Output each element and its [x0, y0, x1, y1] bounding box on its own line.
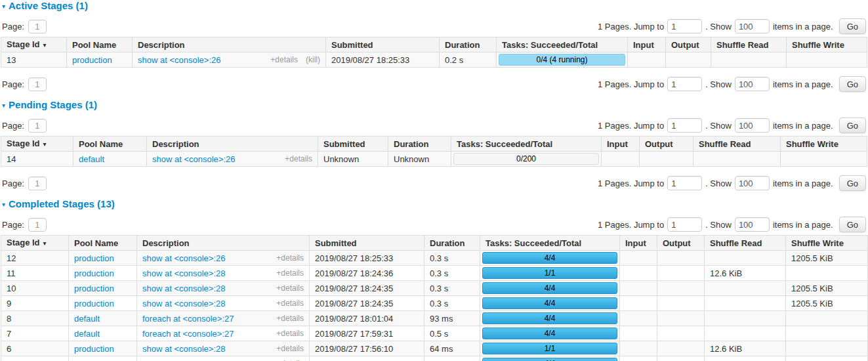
- stage-description-link[interactable]: show at <console>:26: [142, 253, 225, 264]
- go-button[interactable]: Go: [839, 76, 866, 92]
- details-toggle[interactable]: +details: [276, 253, 304, 264]
- column-header-input[interactable]: Input: [628, 37, 666, 53]
- jump-to-page-input[interactable]: [667, 217, 702, 232]
- stage-description-link[interactable]: show at <console>:28: [142, 358, 225, 361]
- column-header-output[interactable]: Output: [657, 236, 705, 251]
- stage-description-link[interactable]: show at <console>:26: [152, 154, 235, 165]
- column-header-shuffle-read[interactable]: Shuffle Read: [693, 137, 781, 152]
- output-cell: [657, 266, 705, 281]
- description-cell: show at <console>:28+details: [137, 356, 310, 361]
- pool-name-link[interactable]: production: [74, 344, 114, 354]
- column-header-duration[interactable]: Duration: [388, 137, 451, 152]
- show-items-input[interactable]: [735, 118, 770, 133]
- column-header-shuffle-read[interactable]: Shuffle Read: [711, 37, 787, 53]
- show-items-input[interactable]: [735, 19, 770, 33]
- column-header-input[interactable]: Input: [602, 137, 640, 152]
- column-header-shuffle-write[interactable]: Shuffle Write: [787, 37, 867, 53]
- column-header-label: Pool Name: [79, 139, 123, 149]
- jump-to-page-input[interactable]: [667, 77, 702, 91]
- details-toggle[interactable]: +details: [285, 154, 312, 165]
- column-header-submitted[interactable]: Submitted: [326, 37, 440, 53]
- column-header-stage-id[interactable]: Stage Id▾: [1, 236, 69, 251]
- active-stages-title[interactable]: ▾Active Stages (1): [2, 1, 867, 12]
- stage-description-link[interactable]: show at <console>:28: [142, 283, 225, 294]
- go-button[interactable]: Go: [839, 117, 866, 133]
- column-header-tasks[interactable]: Tasks: Succeeded/Total: [451, 137, 602, 152]
- pool-name-link[interactable]: production: [74, 299, 114, 308]
- column-header-shuffle-write[interactable]: Shuffle Write: [781, 137, 867, 152]
- page-number-input[interactable]: [28, 218, 47, 232]
- column-header-description[interactable]: Description: [147, 137, 318, 152]
- stage-description-link[interactable]: foreach at <console>:27: [142, 313, 234, 324]
- task-progress-bar: 1/1: [482, 267, 617, 279]
- details-toggle[interactable]: +details: [276, 343, 304, 354]
- input-cell: [620, 296, 657, 311]
- column-header-description[interactable]: Description: [133, 37, 326, 53]
- details-toggle[interactable]: +details: [276, 313, 304, 324]
- go-button[interactable]: Go: [839, 18, 866, 34]
- show-items-input[interactable]: [735, 217, 770, 232]
- pool-name-link[interactable]: production: [74, 268, 114, 278]
- column-header-label: Shuffle Write: [786, 139, 838, 149]
- column-header-output[interactable]: Output: [666, 37, 711, 53]
- submitted-cell: Unknown: [318, 152, 388, 167]
- pages-count-text: 1 Pages. Jump to: [598, 79, 664, 89]
- column-header-output[interactable]: Output: [640, 137, 693, 152]
- tasks-cell: 1/1: [480, 266, 620, 281]
- go-button[interactable]: Go: [839, 217, 866, 232]
- details-toggle[interactable]: +details: [276, 328, 304, 339]
- column-header-pool-name[interactable]: Pool Name: [73, 137, 147, 152]
- pool-name-link[interactable]: default: [79, 154, 104, 164]
- details-toggle[interactable]: +details: [276, 283, 304, 294]
- jump-to-page-input[interactable]: [667, 118, 702, 133]
- column-header-label: Tasks: Succeeded/Total: [457, 139, 552, 149]
- completed-stages-title[interactable]: ▾Completed Stages (13): [2, 199, 867, 210]
- column-header-tasks[interactable]: Tasks: Succeeded/Total: [480, 236, 620, 251]
- task-progress-bar: 4/4: [482, 312, 617, 324]
- jump-to-page-input[interactable]: [667, 19, 702, 33]
- go-button[interactable]: Go: [839, 175, 866, 191]
- column-header-submitted[interactable]: Submitted: [318, 137, 388, 152]
- pool-name-link[interactable]: default: [74, 329, 100, 339]
- page-number-input[interactable]: [28, 119, 47, 133]
- pool-name-link[interactable]: production: [74, 284, 114, 293]
- column-header-shuffle-write[interactable]: Shuffle Write: [786, 236, 868, 251]
- page-number-input[interactable]: [28, 177, 47, 190]
- details-toggle[interactable]: +details: [276, 358, 304, 361]
- column-header-input[interactable]: Input: [620, 236, 657, 251]
- stage-description-link[interactable]: show at <console>:28: [142, 268, 225, 279]
- pool-name-link[interactable]: default: [74, 314, 100, 324]
- stage-description-link[interactable]: foreach at <console>:27: [142, 328, 234, 339]
- stage-description-link[interactable]: show at <console>:28: [142, 298, 225, 309]
- kill-link[interactable]: (kill): [306, 54, 320, 66]
- column-header-shuffle-read[interactable]: Shuffle Read: [705, 236, 786, 251]
- column-header-pool-name[interactable]: Pool Name: [69, 236, 137, 251]
- column-header-duration[interactable]: Duration: [440, 37, 497, 53]
- column-header-duration[interactable]: Duration: [424, 236, 480, 251]
- description-cell: show at <console>:28+details: [137, 281, 310, 296]
- stage-description-link[interactable]: show at <console>:28: [142, 343, 225, 354]
- column-header-tasks[interactable]: Tasks: Succeeded/Total: [497, 37, 628, 53]
- show-text: . Show: [705, 220, 732, 230]
- column-header-pool-name[interactable]: Pool Name: [67, 37, 133, 53]
- pool-name-link[interactable]: production: [74, 359, 114, 361]
- details-toggle[interactable]: +details: [270, 54, 298, 66]
- column-header-stage-id[interactable]: Stage Id▾: [1, 137, 73, 152]
- column-header-submitted[interactable]: Submitted: [310, 236, 424, 251]
- shuffle-write-cell: [786, 311, 868, 326]
- page-number-input[interactable]: [28, 77, 47, 91]
- column-header-stage-id[interactable]: Stage Id▾: [1, 37, 67, 53]
- column-header-description[interactable]: Description: [137, 236, 310, 251]
- page-number-input[interactable]: [28, 20, 47, 33]
- show-items-input[interactable]: [735, 77, 770, 91]
- stage-description-link[interactable]: show at <console>:26: [138, 54, 220, 66]
- pending-stages-title[interactable]: ▾Pending Stages (1): [2, 100, 867, 111]
- show-items-input[interactable]: [735, 176, 770, 190]
- jump-to-page-input[interactable]: [667, 176, 702, 190]
- pool-name-cell: production: [69, 296, 137, 311]
- pool-name-link[interactable]: production: [72, 55, 112, 65]
- pool-name-link[interactable]: production: [74, 253, 114, 263]
- details-toggle[interactable]: +details: [276, 298, 304, 309]
- details-toggle[interactable]: +details: [276, 268, 304, 279]
- input-cell: [620, 281, 657, 296]
